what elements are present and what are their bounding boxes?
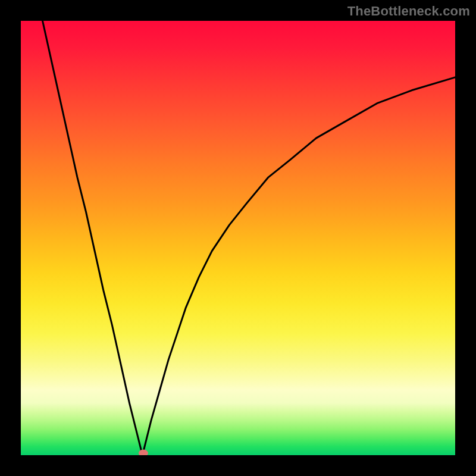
watermark-text: TheBottleneck.com	[347, 4, 470, 19]
chart-svg	[21, 21, 455, 455]
plot-area	[21, 21, 455, 455]
curve-left	[43, 21, 143, 455]
min-marker	[139, 449, 148, 455]
chart-frame: TheBottleneck.com	[0, 0, 476, 476]
curve-right	[142, 77, 455, 455]
